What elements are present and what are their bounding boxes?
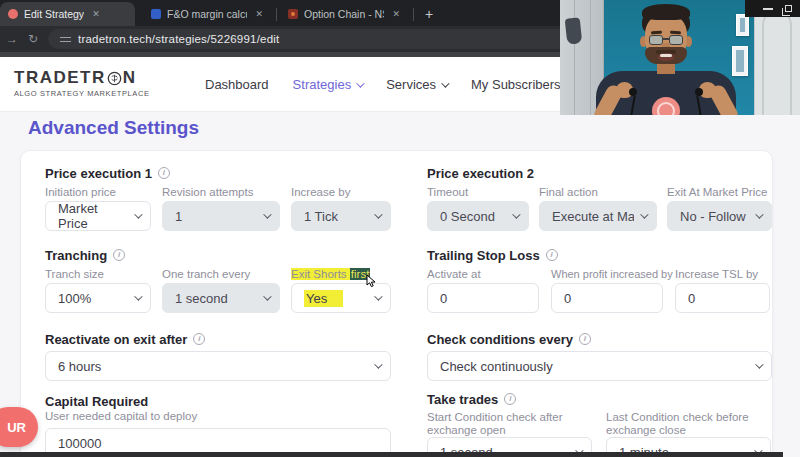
section-price-execution-1: Price execution 1i — [45, 165, 391, 181]
picture-frame — [732, 46, 748, 76]
webcam-overlay — [560, 0, 800, 115]
logo-text: N — [123, 68, 137, 88]
field-label: Increase by — [291, 183, 391, 201]
one-tranch-every-select[interactable]: 1 second — [162, 283, 280, 313]
selected-word: first — [350, 268, 371, 280]
new-tab-button[interactable]: + — [425, 6, 433, 22]
exit-at-market-price-select[interactable]: No - Follow Pri — [667, 201, 772, 231]
timeout-select[interactable]: 0 Second — [427, 201, 529, 231]
tab-edit-strategy[interactable]: Edit Strategy ✕ — [0, 2, 135, 26]
chevron-down-icon — [134, 292, 142, 300]
field-label-exit-shorts-first: Exit Shorts first — [291, 265, 391, 283]
tab-margin-calculator[interactable]: F&O margin calculator - Zerodh ✕ — [143, 2, 273, 26]
chevron-down-icon — [374, 292, 382, 300]
field-label: Increase TSL by — [675, 265, 770, 283]
minimize-icon[interactable] — [763, 8, 773, 10]
chevron-down-icon — [512, 210, 520, 218]
section-take-trades: Take tradesi — [427, 391, 772, 407]
chevron-down-icon — [374, 210, 382, 218]
tab-separator — [276, 8, 277, 21]
glasses-bridge — [663, 38, 669, 40]
main-nav: Dashboard Strategies Services My Subscri… — [205, 57, 608, 112]
restore-icon[interactable] — [785, 5, 792, 12]
info-icon[interactable]: i — [546, 249, 558, 261]
info-icon[interactable]: i — [113, 249, 125, 261]
zerodha-favicon — [151, 9, 161, 19]
field-label: Last Condition check before exchange clo… — [606, 409, 771, 437]
forward-icon[interactable]: → — [6, 32, 18, 46]
earbud — [629, 88, 637, 96]
advanced-settings-card: Price execution 1i Initiation price Mark… — [20, 150, 773, 457]
section-capital-required: Capital Required — [45, 393, 391, 409]
chevron-down-icon — [441, 79, 449, 87]
increase-tsl-input[interactable] — [675, 283, 770, 313]
earbud — [695, 88, 703, 96]
mouse-cursor-icon — [366, 274, 377, 288]
screen: Edit Strategy ✕ F&O margin calculator - … — [0, 0, 800, 457]
chevron-down-icon — [263, 292, 271, 300]
field-label: Start Condition check after exchange ope… — [427, 409, 592, 437]
brain-logo-icon — [107, 71, 122, 86]
field-label: Timeout — [427, 183, 529, 201]
right-column: Price execution 2 Timeout 0 Second Final… — [427, 165, 772, 457]
glasses-lens — [649, 35, 663, 45]
field-label: When profit increased by — [551, 265, 663, 283]
chevron-down-icon — [356, 79, 364, 87]
section-tranching: Tranchingi — [45, 247, 391, 263]
nav-strategies[interactable]: Strategies — [293, 77, 363, 92]
field-label: Tranch size — [45, 265, 151, 283]
picture-frame — [736, 14, 749, 36]
section-price-execution-2: Price execution 2 — [427, 165, 772, 181]
check-conditions-select[interactable]: Check continuously — [427, 351, 772, 381]
chevron-down-icon — [374, 360, 382, 368]
tab-option-chain[interactable]: Option Chain - NSE India ✕ — [280, 2, 410, 26]
reload-icon[interactable]: ↻ — [28, 32, 38, 46]
person-hair-top — [642, 4, 690, 20]
door-arch-panel — [762, 10, 792, 115]
person-teeth — [660, 54, 672, 57]
reactivate-on-exit-select[interactable]: 6 hours — [45, 351, 391, 381]
chevron-down-icon — [263, 210, 271, 218]
info-icon[interactable]: i — [193, 333, 205, 345]
field-label: Revision attempts — [162, 183, 280, 201]
nse-favicon — [288, 9, 298, 19]
tranch-size-select[interactable]: 100% — [45, 283, 151, 313]
logo-text: TRADETR — [14, 68, 106, 88]
revision-attempts-select[interactable]: 1 — [162, 201, 280, 231]
field-label: Activate at — [427, 265, 539, 283]
field-label: One tranch every — [162, 265, 280, 283]
increase-by-select[interactable]: 1 Tick — [291, 201, 391, 231]
field-label: Exit At Market Price — [667, 183, 772, 201]
close-tab-icon[interactable]: ✕ — [253, 8, 265, 20]
glasses-lens — [669, 35, 683, 45]
section-trailing-stop-loss: Trailing Stop Lossi — [427, 247, 772, 263]
chevron-down-icon — [755, 360, 763, 368]
nav-my-subscribers[interactable]: My Subscribers — [471, 77, 561, 92]
logo-subtitle: ALGO STRATEGY MARKETPLACE — [14, 89, 150, 98]
chevron-down-icon — [640, 210, 648, 218]
close-tab-icon[interactable]: ✕ — [390, 8, 402, 20]
nav-dashboard[interactable]: Dashboard — [205, 77, 269, 92]
when-profit-increased-input[interactable] — [551, 283, 663, 313]
tab-title: Edit Strategy — [24, 8, 84, 20]
chevron-down-icon — [134, 210, 142, 218]
site-settings-icon[interactable] — [60, 35, 71, 44]
nav-services[interactable]: Services — [386, 77, 447, 92]
field-label: Final action — [539, 183, 657, 201]
tradetron-logo[interactable]: TRADETR N ALGO STRATEGY MARKETPLACE — [14, 68, 150, 98]
activate-at-input[interactable] — [427, 283, 539, 313]
capital-sublabel: User needed capital to deploy — [45, 409, 391, 424]
tab-title: F&O margin calculator - Zerodh — [167, 8, 247, 20]
webcam-window-controls — [745, 0, 800, 17]
initiation-price-select[interactable]: Market Price — [45, 201, 151, 231]
section-check-conditions: Check conditions everyi — [427, 331, 772, 347]
close-tab-icon[interactable]: ✕ — [90, 8, 102, 20]
info-icon[interactable]: i — [158, 167, 170, 179]
field-label: Initiation price — [45, 183, 151, 201]
bottom-bar — [0, 452, 783, 457]
info-icon[interactable]: i — [504, 393, 516, 405]
tab-separator — [413, 8, 414, 21]
wall-lamp — [565, 17, 583, 44]
final-action-select[interactable]: Execute at Ma — [539, 201, 657, 231]
info-icon[interactable]: i — [579, 333, 591, 345]
